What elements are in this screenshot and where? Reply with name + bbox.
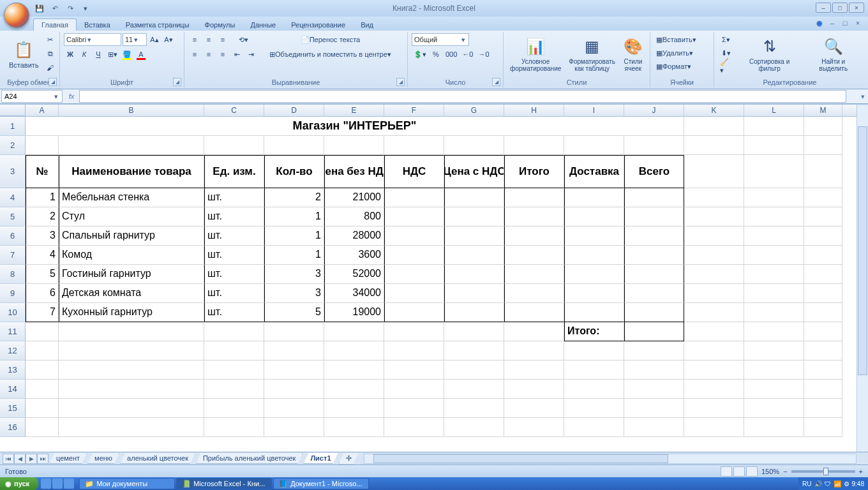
cell[interactable]: Детская комната <box>59 284 204 303</box>
cell[interactable]: 3 <box>264 284 324 303</box>
cell[interactable] <box>744 136 804 155</box>
cell[interactable] <box>384 226 444 246</box>
cell[interactable] <box>59 136 204 155</box>
cell[interactable]: Гостиный гарнитур <box>59 265 204 284</box>
taskbar-button[interactable]: 📁 Мои документы <box>79 478 175 489</box>
header-cell[interactable]: Цена с НДС <box>444 155 504 188</box>
cell[interactable] <box>204 136 264 155</box>
cell[interactable] <box>59 322 204 341</box>
cut-icon[interactable]: ✂ <box>44 33 57 46</box>
row-header[interactable]: 3 <box>0 155 26 188</box>
col-header-b[interactable]: B <box>59 105 204 116</box>
font-name-combo[interactable]: Calibri▾ <box>64 33 121 46</box>
cell[interactable] <box>564 265 624 284</box>
sheet-tab[interactable]: цемент <box>49 453 87 464</box>
cell[interactable]: Мебельная стенка <box>59 188 204 207</box>
cell[interactable] <box>504 303 564 322</box>
cell[interactable] <box>384 399 444 418</box>
cell[interactable] <box>744 418 804 437</box>
copy-icon[interactable]: ⧉ <box>44 47 57 60</box>
format-as-table-button[interactable]: ▦Форматировать как таблицу <box>566 33 618 75</box>
row-header[interactable]: 13 <box>0 360 26 380</box>
header-cell[interactable] <box>804 155 842 188</box>
cell[interactable] <box>744 207 804 226</box>
language-indicator[interactable]: RU <box>802 480 811 487</box>
header-cell[interactable]: НДС <box>384 155 444 188</box>
number-format-combo[interactable]: Общий▾ <box>412 33 469 46</box>
cell[interactable] <box>624 418 684 437</box>
decrease-decimal-icon[interactable]: →0 <box>476 48 491 61</box>
cell[interactable] <box>504 265 564 284</box>
cell[interactable] <box>384 322 444 341</box>
cell[interactable]: 4 <box>26 246 59 265</box>
cell[interactable] <box>624 246 684 265</box>
row-header[interactable]: 4 <box>0 188 26 207</box>
cell[interactable] <box>444 188 504 207</box>
tab-home[interactable]: Главная <box>33 19 77 31</box>
start-button[interactable]: ◉ пуск <box>0 477 38 490</box>
restore-button[interactable]: □ <box>832 3 848 13</box>
cell[interactable] <box>744 284 804 303</box>
cell[interactable]: 28000 <box>324 226 384 246</box>
cell[interactable]: Спальный гарнитур <box>59 226 204 246</box>
cell[interactable] <box>504 418 564 437</box>
cell[interactable] <box>204 418 264 437</box>
cell[interactable] <box>444 399 504 418</box>
row-header[interactable]: 16 <box>0 418 26 437</box>
zoom-level[interactable]: 150% <box>761 468 779 475</box>
cell[interactable] <box>564 380 624 399</box>
cell[interactable] <box>264 136 324 155</box>
font-dialog-icon[interactable]: ◢ <box>173 78 181 86</box>
cell[interactable] <box>564 207 624 226</box>
cell[interactable] <box>684 226 744 246</box>
cell[interactable] <box>624 207 684 226</box>
taskbar-button-active[interactable]: 📗 Microsoft Excel - Кни... <box>176 478 272 489</box>
font-color-icon[interactable]: A <box>135 48 147 61</box>
cell[interactable] <box>444 380 504 399</box>
cell[interactable] <box>384 360 444 380</box>
cell[interactable] <box>59 380 204 399</box>
cell[interactable]: Итого: <box>564 322 624 341</box>
header-cell[interactable]: Наименование товара <box>59 155 204 188</box>
sheet-nav-first-icon[interactable]: ⏮ <box>3 454 14 464</box>
col-header-e[interactable]: E <box>324 105 384 116</box>
cell[interactable] <box>684 265 744 284</box>
cell[interactable] <box>684 380 744 399</box>
cell[interactable] <box>744 380 804 399</box>
find-select-button[interactable]: 🔍Найти и выделить <box>805 33 862 75</box>
cell[interactable] <box>444 207 504 226</box>
align-center-icon[interactable]: ≡ <box>202 48 215 61</box>
cell[interactable] <box>444 418 504 437</box>
cell[interactable] <box>384 341 444 360</box>
cell[interactable] <box>384 136 444 155</box>
save-icon[interactable]: 💾 <box>33 2 46 15</box>
col-header-d[interactable]: D <box>264 105 324 116</box>
cell[interactable]: 3 <box>264 265 324 284</box>
align-right-icon[interactable]: ≡ <box>216 48 229 61</box>
underline-button[interactable]: Ч <box>92 48 105 61</box>
row-header[interactable]: 5 <box>0 207 26 226</box>
cell[interactable]: 34000 <box>324 284 384 303</box>
align-bottom-icon[interactable]: ≡ <box>216 33 229 46</box>
cell[interactable] <box>744 188 804 207</box>
sheet-tab[interactable]: аленький цветочек <box>120 453 195 464</box>
font-size-combo[interactable]: 11▾ <box>123 33 147 46</box>
cell[interactable] <box>204 380 264 399</box>
cell[interactable] <box>384 284 444 303</box>
view-layout-icon[interactable] <box>733 466 745 477</box>
row-header[interactable]: 8 <box>0 265 26 284</box>
cell[interactable] <box>504 188 564 207</box>
tab-review[interactable]: Рецензирование <box>283 19 353 31</box>
cell[interactable] <box>564 341 624 360</box>
header-cell[interactable]: Цена без НДС <box>324 155 384 188</box>
sheet-tab[interactable]: Прибыль аленький цветочек <box>196 453 303 464</box>
clipboard-dialog-icon[interactable]: ◢ <box>49 78 57 86</box>
cell[interactable] <box>384 188 444 207</box>
col-header-i[interactable]: I <box>564 105 624 116</box>
office-button[interactable] <box>4 3 29 28</box>
cell[interactable] <box>204 322 264 341</box>
cell[interactable] <box>564 399 624 418</box>
cell[interactable]: 21000 <box>324 188 384 207</box>
cell[interactable] <box>384 265 444 284</box>
cell[interactable] <box>624 380 684 399</box>
